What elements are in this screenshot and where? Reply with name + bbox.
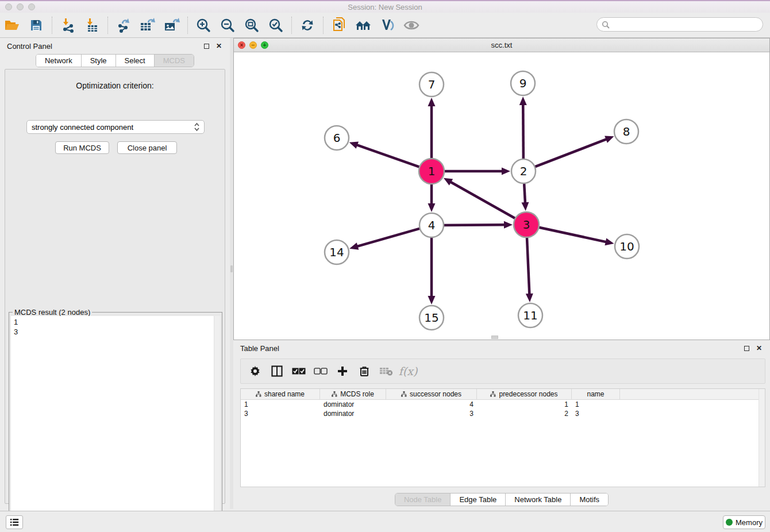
- network-graph[interactable]: 7968124314101511: [234, 52, 769, 336]
- zoom-fit-icon[interactable]: [242, 16, 261, 35]
- cell-mcds-role[interactable]: dominator: [320, 400, 386, 408]
- tab-style[interactable]: Style: [82, 55, 116, 67]
- network-canvas[interactable]: 7968124314101511: [234, 52, 769, 335]
- mcds-result-title: MCDS result (2 nodes): [13, 308, 92, 317]
- graph-edge-2-3[interactable]: [524, 182, 525, 203]
- network-splitter-handle[interactable]: [491, 336, 498, 339]
- network-window-titlebar[interactable]: × − + scc.txt: [234, 38, 769, 52]
- tab-motifs[interactable]: Motifs: [571, 494, 608, 506]
- mcds-result-group: MCDS result (2 nodes) 1 3: [9, 312, 222, 528]
- select-all-icon[interactable]: [290, 363, 307, 380]
- window-titlebar: Session: New Session: [0, 0, 770, 13]
- close-panel-icon[interactable]: ✕: [215, 42, 223, 50]
- float-table-panel-icon[interactable]: [742, 344, 750, 352]
- graph-edge-3-1[interactable]: [450, 182, 516, 219]
- tab-select[interactable]: Select: [116, 55, 155, 67]
- duplicate-network-icon[interactable]: [329, 16, 349, 35]
- graph-node-label: 4: [428, 218, 436, 232]
- graph-edge-arrowhead: [502, 168, 510, 175]
- tab-node-table[interactable]: Node Table: [395, 494, 451, 506]
- cell-successor-nodes[interactable]: 4: [386, 400, 477, 408]
- status-bar: Memory: [0, 511, 770, 532]
- toolbar-separator: [107, 17, 108, 34]
- graph-node-label: 11: [523, 309, 537, 322]
- graph-edge-arrowhead: [521, 202, 529, 211]
- deselect-all-icon[interactable]: [312, 363, 329, 380]
- cell-predecessor-nodes[interactable]: 2: [477, 410, 572, 418]
- table-panel-title: Table Panel: [240, 344, 738, 353]
- toolbar-separator: [52, 17, 52, 34]
- graph-edge-arrowhead: [428, 296, 436, 304]
- column-settings-icon[interactable]: [247, 363, 264, 380]
- search-field[interactable]: [596, 17, 763, 32]
- graph-node-label: 8: [623, 125, 630, 138]
- cell-name[interactable]: 3: [572, 410, 620, 418]
- tab-network[interactable]: Network: [36, 55, 82, 67]
- tab-network-table[interactable]: Network Table: [506, 494, 571, 506]
- zoom-selected-icon[interactable]: [266, 16, 286, 35]
- tab-edge-table[interactable]: Edge Table: [451, 494, 506, 506]
- cell-successor-nodes[interactable]: 3: [386, 410, 477, 418]
- search-input[interactable]: [613, 20, 763, 29]
- refresh-network-icon[interactable]: [298, 16, 317, 35]
- table-row[interactable]: 3 dominator 3 2 3: [241, 409, 765, 418]
- zoom-out-icon[interactable]: [218, 16, 237, 35]
- graph-edge-2-8[interactable]: [534, 139, 607, 167]
- graph-edge-arrowhead: [519, 97, 527, 105]
- criterion-value: strongly connected component: [32, 123, 194, 132]
- graph-node-label: 2: [520, 164, 528, 178]
- control-panel-title: Control Panel: [7, 42, 198, 51]
- vizmapper-icon[interactable]: [378, 16, 397, 35]
- graph-edge-1-6[interactable]: [356, 145, 421, 167]
- show-columns-icon[interactable]: [268, 363, 286, 380]
- cell-mcds-role[interactable]: dominator: [320, 410, 386, 418]
- table-row[interactable]: 1 dominator 4 1 1: [241, 400, 765, 409]
- tab-mcds[interactable]: MCDS: [155, 55, 194, 67]
- run-mcds-button[interactable]: Run MCDS: [55, 141, 109, 154]
- function-builder-icon[interactable]: f(x): [399, 363, 417, 380]
- close-table-panel-icon[interactable]: ✕: [755, 344, 763, 352]
- delete-columns-icon[interactable]: [356, 363, 373, 380]
- open-session-icon[interactable]: [2, 16, 22, 35]
- graph-edge-arrowhead: [504, 221, 513, 229]
- delete-table-icon[interactable]: [378, 363, 395, 380]
- import-table-icon[interactable]: [82, 16, 102, 35]
- cell-shared-name[interactable]: 1: [241, 400, 320, 408]
- table-scrollbar[interactable]: [759, 389, 765, 487]
- create-column-icon[interactable]: [334, 363, 351, 380]
- close-panel-button[interactable]: Close panel: [117, 141, 177, 154]
- node-table: shared name MCDS role successor nodes pr…: [240, 388, 765, 487]
- memory-button[interactable]: Memory: [723, 515, 765, 529]
- column-type-icon: [401, 391, 407, 397]
- graph-edge-3-11[interactable]: [527, 236, 530, 295]
- first-neighbors-icon[interactable]: [353, 16, 373, 35]
- import-network-icon[interactable]: [58, 16, 78, 35]
- show-task-history-button[interactable]: [6, 515, 23, 529]
- mcds-result-line: 1: [14, 317, 211, 327]
- graph-edge-4-3[interactable]: [442, 225, 505, 225]
- column-header-predecessor-nodes[interactable]: predecessor nodes: [477, 389, 572, 399]
- column-header-shared-name[interactable]: shared name: [241, 389, 320, 399]
- graph-edge-3-10[interactable]: [538, 227, 607, 242]
- cell-predecessor-nodes[interactable]: 1: [477, 400, 572, 408]
- float-panel-icon[interactable]: [202, 42, 210, 50]
- mcds-result-text[interactable]: 1 3: [11, 316, 214, 526]
- graph-edge-4-14[interactable]: [357, 228, 421, 246]
- export-table-icon[interactable]: [138, 16, 157, 35]
- panel-splitter-handle[interactable]: [230, 265, 233, 272]
- export-network-icon[interactable]: [114, 16, 133, 35]
- mcds-result-scrollbar[interactable]: [214, 316, 220, 526]
- column-header-name[interactable]: name: [572, 389, 620, 399]
- save-session-icon[interactable]: [26, 16, 46, 35]
- export-image-icon[interactable]: [162, 16, 182, 35]
- graph-edge-arrowhead: [349, 141, 359, 148]
- hide-selected-icon[interactable]: [402, 16, 421, 35]
- criterion-dropdown[interactable]: strongly connected component: [26, 120, 205, 134]
- network-window-bottom-strip: [234, 335, 769, 340]
- graph-edge-2-9[interactable]: [523, 104, 523, 160]
- column-header-mcds-role[interactable]: MCDS role: [320, 389, 386, 399]
- column-header-successor-nodes[interactable]: successor nodes: [386, 389, 477, 399]
- cell-name[interactable]: 1: [572, 400, 620, 408]
- zoom-in-icon[interactable]: [194, 16, 213, 35]
- cell-shared-name[interactable]: 3: [241, 410, 320, 418]
